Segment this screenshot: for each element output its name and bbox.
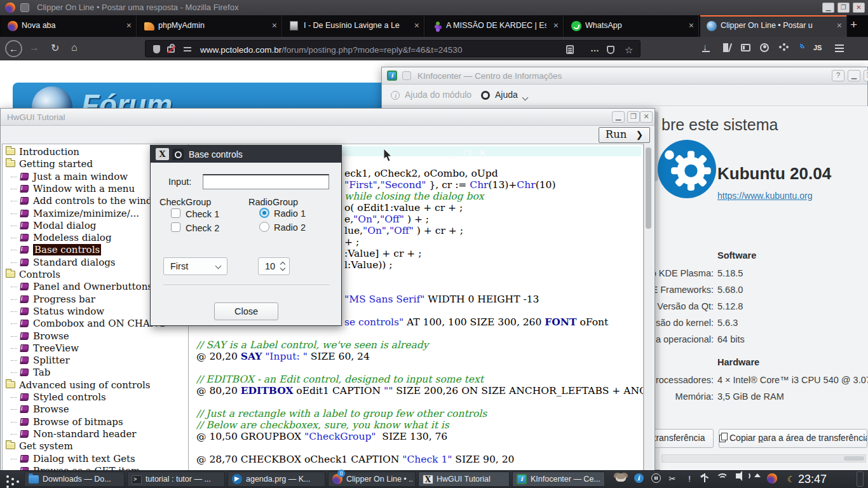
task-hwgui-tutorial[interactable]: HwGUI Tutorial <box>418 471 510 487</box>
code-scrollbar[interactable] <box>644 144 653 475</box>
task-kinfocenter-ce-[interactable]: KInfocenter — Ce... <box>512 471 605 487</box>
task-tutorial-tutor-[interactable]: tutorial : tutor — ... <box>127 471 225 487</box>
minimize-button[interactable]: ▁ <box>612 111 625 123</box>
tab-close-icon[interactable]: × <box>272 20 277 30</box>
close-button[interactable]: ✕ <box>640 111 653 123</box>
back-button[interactable]: ← <box>5 40 22 57</box>
home-button[interactable]: ⌂ <box>71 42 78 53</box>
js-extension-icon[interactable]: JS <box>813 44 822 51</box>
tree-item-get-system[interactable]: Get system <box>3 440 188 452</box>
bookmark-star-icon[interactable]: ☆ <box>625 44 633 56</box>
checkbox-label: Check 2 <box>186 223 219 233</box>
dialog-titlebar[interactable]: Base controls ▁ ❒ ✕ <box>151 146 341 163</box>
tab-close-icon[interactable]: × <box>126 20 132 30</box>
checkbox-2[interactable] <box>171 222 180 232</box>
input-field[interactable] <box>203 174 329 189</box>
caret-up-tray-icon[interactable] <box>752 473 763 485</box>
tab-close-icon[interactable]: × <box>689 20 694 30</box>
distro-link[interactable]: https://www.kubuntu.org <box>717 191 812 201</box>
tree-item-browse-of-bitmaps[interactable]: Browse of bitmaps <box>3 416 188 428</box>
maximize-button[interactable]: ❒ <box>864 70 868 81</box>
run-button[interactable]: Run❯ <box>599 127 650 143</box>
combo-box[interactable]: First <box>163 257 227 275</box>
tree-item-advanced-using-of-controls[interactable]: Advanced using of controls <box>3 379 188 391</box>
tree-item-styled-controls[interactable]: Styled controls <box>3 391 188 403</box>
pause-tray-icon[interactable] <box>650 473 661 485</box>
horizontal-scrollbar[interactable] <box>661 454 866 463</box>
hwgui-titlebar[interactable]: HwGUI Tutorial ▁ ❒ ✕ <box>1 109 654 126</box>
close-button[interactable]: ✕ <box>477 149 487 157</box>
tab-nova-aba[interactable]: Nova aba× <box>1 15 137 37</box>
tree-guide-line <box>11 299 17 300</box>
minimize-button[interactable]: ▁ <box>822 3 834 13</box>
library-icon[interactable] <box>723 43 731 52</box>
clock[interactable]: 23:47 <box>798 473 827 486</box>
radio-1[interactable] <box>259 208 269 218</box>
close-button[interactable]: ✕ <box>853 3 865 13</box>
tree-guide-line <box>11 311 17 312</box>
account-icon[interactable] <box>760 43 769 52</box>
tab-a-miss-o-de-kardec-es[interactable]: A MISSÃO DE KARDEC | Es× <box>426 15 564 37</box>
maximize-button[interactable]: ❒ <box>627 111 640 123</box>
spin-down-icon[interactable] <box>280 266 285 271</box>
module-help-button[interactable]: Ajuda do módulo <box>405 90 471 100</box>
radio-2[interactable] <box>259 222 269 232</box>
volume-tray-icon[interactable] <box>732 473 743 485</box>
task-agenda-prg-k-[interactable]: agenda.prg — K... <box>227 471 325 487</box>
forward-button[interactable]: → <box>29 42 39 53</box>
tab-whatsapp[interactable]: WhatsApp× <box>565 15 699 37</box>
minimize-button[interactable]: ▁ <box>447 150 457 158</box>
usb-tray-icon[interactable] <box>699 473 710 485</box>
task-clipper-on-line-[interactable]: 0Clipper On Line • ... <box>328 471 416 487</box>
maximize-button[interactable]: ❒ <box>837 3 850 13</box>
help-menu-button[interactable]: Ajuda <box>495 90 518 100</box>
menu-icon[interactable] <box>835 44 844 46</box>
firefox-tray-icon[interactable] <box>766 473 778 485</box>
app-launcher-icon[interactable] <box>6 475 9 478</box>
tab-phpmyadmin[interactable]: phpMyAdmin× <box>138 15 282 37</box>
tab-i-de-eus-nio-lavigne-a-le[interactable]: I - De Eusínio Lavigne a Le× <box>283 15 424 37</box>
extension-wave-icon[interactable] <box>794 42 806 55</box>
tree-item-browse[interactable]: Browse <box>3 330 188 342</box>
insecure-lock-icon[interactable] <box>167 46 175 53</box>
maximize-button[interactable]: ❒ <box>462 150 472 158</box>
copy-to-clipboard-button[interactable]: Copiar para a área de transferência <box>719 429 867 448</box>
highlights-icon[interactable] <box>779 46 782 48</box>
task-downloads-do-[interactable]: Downloads — Do... <box>24 471 125 487</box>
tree-item-splitter[interactable]: Splitter <box>3 355 188 367</box>
tracking-shield-icon[interactable] <box>153 45 160 53</box>
kinfocenter-titlebar[interactable]: KInfocenter — Centro de Informações ? ▁ … <box>382 67 867 85</box>
page-actions-icon[interactable]: … <box>590 43 599 53</box>
pocket-icon[interactable] <box>607 46 614 54</box>
reload-button[interactable]: ↻ <box>51 42 59 54</box>
tab-close-icon[interactable]: × <box>553 20 559 30</box>
checkbox-1[interactable] <box>171 208 180 218</box>
night-tray-icon[interactable]: ☾ <box>785 473 797 485</box>
new-tab-button[interactable]: + <box>850 18 857 30</box>
gimp-tray-icon[interactable] <box>615 473 627 485</box>
sidebars-icon[interactable] <box>741 44 750 51</box>
spin-box[interactable]: 10 <box>258 257 290 275</box>
tree-item-tab[interactable]: Tab <box>3 367 188 379</box>
copy-details-button[interactable]: transferência <box>645 429 714 448</box>
minimize-button[interactable]: ▁ <box>848 70 860 81</box>
permissions-icon[interactable] <box>184 47 191 48</box>
tree-item-treeview[interactable]: TreeView <box>3 342 188 355</box>
tab-close-icon[interactable]: × <box>414 20 419 30</box>
tree-item-dialog-with-text-gets[interactable]: Dialog with text Gets <box>3 453 188 465</box>
wifi-tray-icon[interactable] <box>715 473 727 485</box>
url-bar[interactable]: www.pctoledo.com.br/forum/posting.php?mo… <box>145 40 641 57</box>
help-button[interactable]: ? <box>832 70 844 81</box>
tree-item-browse[interactable]: Browse <box>3 403 188 416</box>
reader-view-icon[interactable] <box>566 45 574 54</box>
show-desktop-button[interactable] <box>857 471 864 487</box>
tab-close-icon[interactable]: × <box>837 20 842 30</box>
close-dialog-button[interactable]: Close <box>214 302 278 320</box>
tab-clipper-on-line-postar-u[interactable]: Clipper On Line • Postar u× <box>700 15 847 37</box>
alert-tray-icon[interactable]: ! <box>684 473 695 485</box>
scissors-tray-icon[interactable]: ✂ <box>667 473 678 485</box>
downloads-icon[interactable]: ↓ <box>703 42 707 52</box>
tree-item-non-standard-header[interactable]: Non-standard header <box>3 428 188 440</box>
book-icon <box>20 173 29 180</box>
info-tray-icon[interactable] <box>633 473 644 485</box>
